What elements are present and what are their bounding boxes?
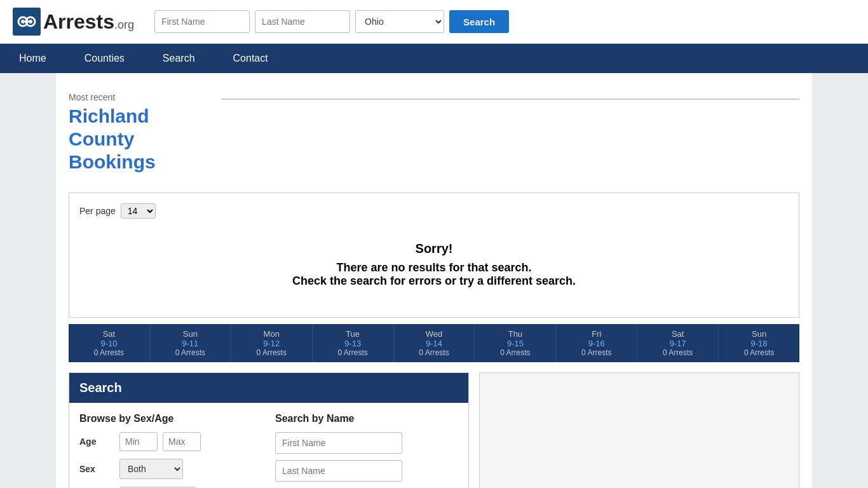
date-day-label: Sat: [640, 329, 715, 339]
header-last-name-input[interactable]: [255, 10, 350, 33]
svg-point-3: [21, 20, 25, 24]
date-link[interactable]: 9-14: [397, 339, 472, 348]
side-panel: [479, 372, 799, 488]
date-day-label: Sun: [721, 329, 797, 339]
date-bar: Sat 9-10 0 Arrests Sun 9-11 0 Arrests Mo…: [69, 324, 799, 362]
content-right-area: [221, 98, 799, 173]
most-recent-label: Most recent: [69, 92, 208, 102]
header-state-select[interactable]: Ohio Alabama Alaska Florida Georgia: [355, 10, 444, 33]
search-panel-header: Search: [69, 373, 468, 403]
date-cell-4: Wed 9-14 0 Arrests: [394, 324, 475, 362]
search-section-wrapper: Search Browse by Sex/Age Age Sex: [69, 372, 799, 488]
svg-point-4: [29, 20, 32, 24]
date-cell-8: Sun 9-18 0 Arrests: [719, 324, 799, 362]
page-header: Arrests.org Ohio Alabama Alaska Florida …: [0, 0, 868, 44]
per-page-select[interactable]: 14 25 50: [121, 203, 156, 219]
logo-brand-text: Arrests.org: [43, 10, 134, 34]
search-name-section: Search by Name Search: [275, 413, 458, 488]
search-panel: Search Browse by Sex/Age Age Sex: [69, 372, 469, 488]
date-cell-1: Sun 9-11 0 Arrests: [150, 324, 231, 362]
date-day-label: Mon: [234, 329, 309, 339]
navigation-bar: Home Counties Search Contact: [0, 44, 868, 73]
sex-row: Sex Both Male Female: [79, 459, 262, 479]
date-arrests-count: 0 Arrests: [640, 348, 715, 357]
date-cell-0: Sat 9-10 0 Arrests: [69, 324, 150, 362]
date-day-label: Wed: [397, 329, 472, 339]
search-last-name-input[interactable]: [275, 460, 402, 482]
logo: Arrests.org: [13, 8, 134, 36]
logo-icon: [13, 8, 41, 36]
date-day-label: Sat: [71, 329, 147, 339]
per-page-label: Per page: [79, 206, 116, 216]
date-cell-6: Fri 9-16 0 Arrests: [556, 324, 637, 362]
date-link[interactable]: 9-18: [721, 339, 797, 348]
date-cell-7: Sat 9-17 0 Arrests: [637, 324, 719, 362]
header-search-form: Ohio Alabama Alaska Florida Georgia Sear…: [154, 10, 509, 33]
search-by-name-subtitle: Search by Name: [275, 413, 458, 424]
no-results-line1: There are no results for that search.: [79, 261, 789, 274]
content-area: Most recent Richland County Bookings Per…: [56, 73, 812, 488]
header-search-button[interactable]: Search: [449, 10, 509, 33]
header-first-name-input[interactable]: [154, 10, 250, 33]
date-day-label: Tue: [315, 329, 391, 339]
sex-select[interactable]: Both Male Female: [119, 459, 183, 479]
date-link[interactable]: 9-12: [234, 339, 309, 348]
nav-item-contact[interactable]: Contact: [214, 44, 287, 73]
date-arrests-count: 0 Arrests: [71, 348, 147, 357]
most-recent-section: Most recent Richland County Bookings: [69, 86, 799, 186]
county-title: Richland County Bookings: [69, 105, 208, 173]
nav-item-counties[interactable]: Counties: [65, 44, 144, 73]
date-arrests-count: 0 Arrests: [153, 348, 228, 357]
no-results-message: Sorry! There are no results for that sea…: [79, 229, 789, 307]
date-link[interactable]: 9-17: [640, 339, 715, 348]
date-day-label: Sun: [153, 329, 228, 339]
date-link[interactable]: 9-16: [559, 339, 634, 348]
date-day-label: Thu: [477, 329, 553, 339]
date-link[interactable]: 9-15: [477, 339, 553, 348]
date-cell-5: Thu 9-15 0 Arrests: [475, 324, 556, 362]
county-title-area: Most recent Richland County Bookings: [69, 92, 208, 173]
date-day-label: Fri: [559, 329, 634, 339]
date-cell-2: Mon 9-12 0 Arrests: [231, 324, 313, 362]
sex-label: Sex: [79, 464, 114, 474]
date-arrests-count: 0 Arrests: [397, 348, 472, 357]
browse-section: Browse by Sex/Age Age Sex Both Male Fema: [79, 413, 262, 488]
date-arrests-count: 0 Arrests: [315, 348, 391, 357]
search-panel-body: Browse by Sex/Age Age Sex Both Male Fema: [69, 403, 468, 488]
main-content: Most recent Richland County Bookings Per…: [0, 73, 868, 488]
nav-item-search[interactable]: Search: [144, 44, 214, 73]
search-first-name-input[interactable]: [275, 432, 402, 454]
date-link[interactable]: 9-11: [153, 339, 228, 348]
date-link[interactable]: 9-13: [315, 339, 391, 348]
per-page-row: Per page 14 25 50: [79, 203, 789, 219]
age-label: Age: [79, 437, 114, 447]
nav-item-home[interactable]: Home: [0, 44, 65, 73]
date-arrests-count: 0 Arrests: [559, 348, 634, 357]
no-results-title: Sorry!: [79, 241, 789, 256]
handcuffs-icon: [17, 11, 37, 32]
results-box: Per page 14 25 50 Sorry! There are no re…: [69, 193, 799, 318]
age-max-input[interactable]: [163, 432, 201, 451]
no-results-line2: Check the search for errors or try a dif…: [79, 274, 789, 288]
date-link[interactable]: 9-10: [71, 339, 147, 348]
date-arrests-count: 0 Arrests: [477, 348, 553, 357]
age-min-input[interactable]: [119, 432, 158, 451]
date-arrests-count: 0 Arrests: [234, 348, 309, 357]
date-cell-3: Tue 9-13 0 Arrests: [313, 324, 394, 362]
age-row: Age: [79, 432, 262, 451]
svg-rect-2: [25, 21, 29, 23]
date-arrests-count: 0 Arrests: [721, 348, 797, 357]
browse-subtitle: Browse by Sex/Age: [79, 413, 262, 424]
